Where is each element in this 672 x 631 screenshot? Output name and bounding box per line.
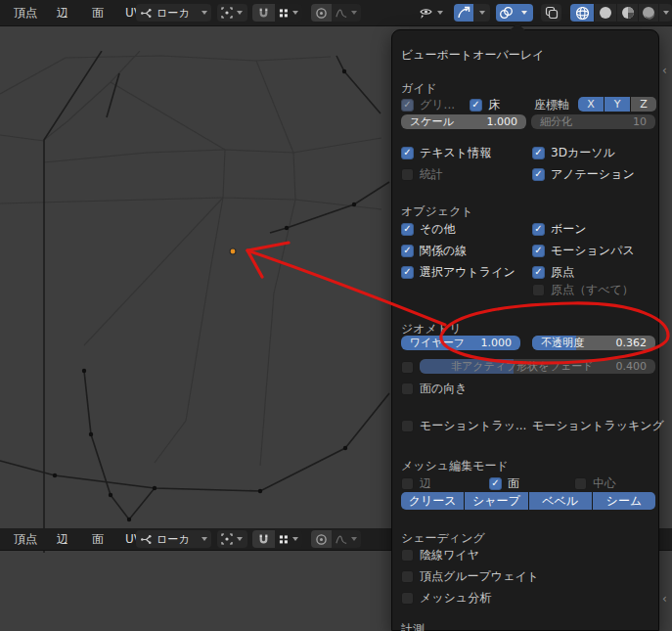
chevron-down-icon (351, 11, 357, 15)
menu-vertex[interactable]: 頂点 (8, 0, 43, 25)
solid-sphere-icon (599, 6, 612, 20)
checkbox-floor[interactable]: 床 (470, 97, 500, 113)
orientation-value: ローカ (157, 532, 190, 547)
section-shading: シェーディング (401, 531, 485, 545)
xray-toggle[interactable] (541, 4, 561, 22)
checkbox-edges[interactable]: 辺 (401, 475, 431, 491)
snap-toggle[interactable] (252, 530, 275, 548)
checkbox-grid[interactable]: グリ... (401, 97, 455, 113)
shading-rendered-button[interactable] (639, 4, 658, 22)
creases-button[interactable]: クリース (401, 492, 464, 510)
chevron-down-icon (663, 11, 669, 15)
falloff-curve-icon (336, 533, 347, 545)
axis-x-button[interactable]: X (578, 97, 604, 112)
magnet-icon (257, 7, 270, 20)
checkbox-vertex-group-weights[interactable]: 頂点グループウェイト (401, 568, 539, 584)
overlays-toggle[interactable] (496, 4, 515, 22)
section-measurement: 計測 (401, 622, 425, 631)
bevel-button[interactable]: ベベル (529, 492, 592, 510)
opacity-slider[interactable]: 不透明度0.362 (532, 336, 655, 350)
proportional-circle-icon (315, 7, 328, 20)
object-visibility-dropdown[interactable] (415, 4, 450, 22)
menu-vertex[interactable]: 頂点 (8, 528, 43, 550)
seams-button[interactable]: シーム (593, 492, 655, 510)
edge-mark-buttons: クリース シャープ ベベル シーム (401, 492, 655, 510)
chevron-down-icon (521, 11, 527, 15)
menu-edge[interactable]: 辺 (51, 0, 74, 25)
visibility-eye-icon (419, 7, 433, 20)
pivot-point-dropdown[interactable] (217, 530, 247, 548)
gizmo-toggle[interactable] (454, 4, 473, 22)
wireframe-slider[interactable]: ワイヤーフ1.000 (401, 336, 520, 350)
shading-solid-button[interactable] (595, 4, 616, 22)
checkbox-hidden-wire[interactable]: 陰線ワイヤ (401, 547, 479, 563)
pivot-point-dropdown[interactable] (217, 4, 247, 22)
chevron-down-icon (202, 11, 207, 15)
proportional-editing-toggle[interactable] (311, 4, 332, 22)
viewport-header-top: 頂点 辺 面 UV ローカ (0, 0, 672, 26)
orientation-icon (140, 7, 153, 20)
transform-orientation-dropdown[interactable]: ローカ (136, 530, 211, 548)
motion-tracking-label: モーショントラッキング (532, 418, 664, 433)
sidebar-toggle-arrow[interactable]: ‹ (662, 65, 667, 76)
checkbox-faces[interactable]: 面 (489, 475, 519, 491)
checkbox-annotations[interactable]: アノテーション (532, 166, 635, 182)
axis-z-button[interactable]: Z (631, 97, 656, 112)
checkbox-statistics[interactable]: 統計 (401, 166, 443, 182)
orientation-icon (140, 533, 153, 546)
snap-target-dropdown[interactable] (275, 4, 302, 22)
checkbox-outline-selected[interactable]: 選択アウトライン (401, 264, 515, 280)
menu-face[interactable]: 面 (86, 0, 110, 25)
wireframe-sphere-icon (575, 6, 590, 21)
chevron-down-icon (351, 537, 357, 541)
transform-orientation-dropdown[interactable]: ローカ (136, 4, 211, 22)
shading-wireframe-button[interactable] (570, 4, 594, 22)
snap-dots-grid-icon (279, 534, 289, 545)
proportional-falloff-dropdown[interactable] (332, 4, 361, 22)
chevron-down-icon (437, 11, 443, 15)
overlays-dropdown[interactable] (515, 4, 533, 22)
checkbox-text-info[interactable]: テキスト情報 (401, 145, 491, 160)
axis-buttons: X Y Z (578, 97, 656, 112)
material-sphere-icon (621, 6, 635, 20)
shading-dropdown[interactable] (659, 4, 672, 22)
fade-inactive-slider[interactable]: 非アクティブ形状をフェード0.400 (420, 359, 655, 374)
chevron-down-icon (292, 537, 298, 541)
proportional-falloff-dropdown[interactable] (332, 530, 361, 548)
checkbox-center[interactable]: 中心 (574, 475, 616, 491)
shading-material-button[interactable] (617, 4, 638, 22)
menu-edge[interactable]: 辺 (51, 528, 74, 550)
checkbox-3d-cursor[interactable]: 3Dカーソル (532, 145, 615, 160)
checkbox-relationship-lines[interactable]: 関係の線 (401, 243, 467, 258)
gizmo-arrow-icon (457, 6, 470, 20)
sharp-button[interactable]: シャープ (465, 492, 527, 510)
checkbox-extras[interactable]: その他 (401, 221, 456, 237)
grid-scale-slider[interactable]: スケール1.000 (401, 114, 526, 129)
snap-toggle[interactable] (252, 4, 275, 22)
object-origin-dot (230, 248, 236, 254)
sidebar-toggle-arrow[interactable]: ‹ (662, 593, 667, 605)
proportional-editing-toggle[interactable] (311, 530, 332, 548)
checkbox-motion-tracking[interactable]: モーショントラッ... (401, 418, 526, 433)
rendered-sphere-icon (642, 6, 655, 20)
checkbox-mesh-analysis[interactable]: メッシュ分析 (401, 590, 491, 606)
falloff-curve-icon (336, 7, 347, 19)
checkbox-bones[interactable]: ボーン (532, 221, 587, 237)
grid-subdivision-slider[interactable]: 細分化10 (531, 114, 655, 129)
checkbox-face-orientation[interactable]: 面の向き (401, 381, 468, 396)
xray-icon (545, 6, 559, 20)
chevron-down-icon (237, 537, 243, 541)
axis-y-button[interactable]: Y (605, 97, 630, 112)
viewport-overlays-popover: ビューポートオーバーレイ ガイド グリ... 床 座標軸 X Y Z スケール1… (391, 29, 659, 631)
checkbox-motion-paths[interactable]: モーションパス (532, 243, 635, 258)
snap-target-dropdown[interactable] (275, 530, 302, 548)
magnet-icon (257, 533, 270, 546)
checkbox-fade-inactive[interactable] (401, 359, 414, 375)
gizmo-dropdown[interactable] (473, 4, 490, 22)
snap-dots-grid-icon (279, 8, 289, 19)
menu-face[interactable]: 面 (86, 528, 110, 550)
proportional-circle-icon (315, 533, 328, 546)
checkbox-origins-all[interactable]: 原点（すべて） (532, 282, 634, 297)
chevron-down-icon (202, 537, 207, 541)
checkbox-origins[interactable]: 原点 (532, 264, 574, 280)
